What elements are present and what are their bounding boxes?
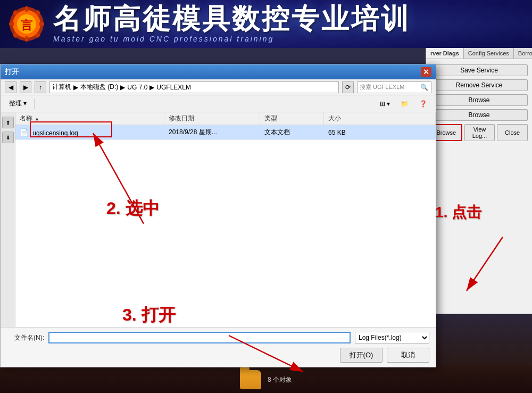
file-list-area: 名称 ▲ 修改日期 类型 大小 <box>15 112 436 327</box>
save-service-button[interactable]: Save Service <box>430 64 528 76</box>
refresh-button[interactable]: ⟳ <box>342 81 354 93</box>
dialog-titlebar: 打开 ✕ <box>1 64 436 79</box>
col-header-name[interactable]: 名称 ▲ <box>15 112 164 125</box>
license-panel: rver Diags Config Services Borro Save Se… <box>426 48 532 314</box>
view-button[interactable]: ⊞ ▾ <box>376 97 394 110</box>
file-size-cell: 65 KB <box>324 129 436 136</box>
license-panel-body: Save Service Remove Service Browse Brows… <box>426 59 532 146</box>
filetype-container: Log Files(*.log) <box>355 332 429 343</box>
search-box: 搜索 UGFLEXLM 🔍 <box>357 81 431 93</box>
path-computer: 计算机 <box>52 83 71 92</box>
col-header-size[interactable]: 大小 <box>324 112 436 125</box>
license-tabs: rver Diags Config Services Borro <box>426 48 532 59</box>
file-name: ugslicensing.log <box>32 129 78 137</box>
new-folder-button[interactable]: 📁 <box>396 97 413 110</box>
tab-borrow[interactable]: Borro <box>514 48 532 59</box>
header-banner: 言 名师高徒模具数控专业培训 Master gao tu mold CNC pr… <box>0 0 532 48</box>
dialog-bottom: 文件名(N): Log Files(*.log) 打开(O) 取消 <box>1 327 436 367</box>
file-type-cell: 文本文档 <box>260 128 324 137</box>
sort-indicator: ▲ <box>35 116 39 121</box>
tab-config-services[interactable]: Config Services <box>464 48 514 59</box>
tab-server-diags[interactable]: rver Diags <box>426 48 464 59</box>
taskbar-folder-icon[interactable] <box>240 370 261 389</box>
svg-rect-4 <box>9 22 14 26</box>
path-sep2: ▶ <box>120 84 125 91</box>
action-row: 打开(O) 取消 <box>7 348 429 363</box>
svg-rect-5 <box>39 22 44 26</box>
browse2-button[interactable]: Browse <box>430 109 528 121</box>
path-folder2: UGFLEXLM <box>156 84 191 91</box>
col-header-date[interactable]: 修改日期 <box>164 112 260 125</box>
file-scroll[interactable]: 📄 ugslicensing.log 2018/9/28 星期... 文本文档 … <box>15 125 436 327</box>
back-button[interactable]: ◀ <box>5 81 16 93</box>
filetype-select[interactable]: Log Files(*.log) <box>355 332 429 343</box>
cancel-button[interactable]: 取消 <box>387 348 429 363</box>
table-row[interactable]: 📄 ugslicensing.log 2018/9/28 星期... 文本文档 … <box>15 125 436 140</box>
browse1-button[interactable]: Browse <box>430 94 528 106</box>
col-headers: 名称 ▲ 修改日期 类型 大小 <box>15 112 436 125</box>
taskbar-center: 8 个对象 <box>240 370 292 389</box>
dialog-close-button[interactable]: ✕ <box>421 67 431 77</box>
header-title: 名师高徒模具数控专业培训 <box>53 5 411 32</box>
dialog-content: ⬆ ⬇ 名称 ▲ 修改日期 类型 <box>1 112 436 327</box>
sidebar-nav: ⬆ ⬇ <box>1 112 15 327</box>
svg-rect-2 <box>25 6 28 12</box>
filename-label: 文件名(N): <box>7 333 44 342</box>
file-name-cell: 📄 ugslicensing.log <box>15 128 164 137</box>
address-path[interactable]: 计算机 ▶ 本地磁盘 (D:) ▶ UG 7.0 ▶ UGFLEXLM <box>49 81 339 93</box>
path-sep1: ▶ <box>73 84 78 91</box>
filename-row: 文件名(N): Log Files(*.log) <box>7 332 429 343</box>
forward-button[interactable]: ▶ <box>20 81 31 93</box>
close-button[interactable]: Close <box>497 124 528 141</box>
path-drive: 本地磁盘 (D:) <box>80 83 118 92</box>
path-sep3: ▶ <box>149 84 154 91</box>
file-icon: 📄 <box>20 128 29 137</box>
remove-service-button[interactable]: Remove Service <box>430 79 528 91</box>
nav-icon-1[interactable]: ⬆ <box>2 117 14 128</box>
toolbar-right: ⊞ ▾ 📁 ❓ <box>376 97 431 110</box>
svg-rect-3 <box>25 36 28 42</box>
toolbar-sep1 <box>34 99 35 109</box>
bottom-btn-row: Browse View Log... Close <box>430 124 528 141</box>
search-button[interactable]: 🔍 <box>419 83 429 92</box>
col-header-type[interactable]: 类型 <box>260 112 324 125</box>
header-text: 名师高徒模具数控专业培训 Master gao tu mold CNC prof… <box>53 5 411 43</box>
organize-button[interactable]: 整理 ▾ <box>5 97 31 110</box>
file-date-cell: 2018/9/28 星期... <box>164 128 260 137</box>
objects-count: 8 个对象 <box>268 375 292 384</box>
address-bar: ◀ ▶ ↑ 计算机 ▶ 本地磁盘 (D:) ▶ UG 7.0 ▶ UGFLEXL… <box>1 79 436 95</box>
dialog-title: 打开 <box>5 67 19 77</box>
search-placeholder: 搜索 UGFLEXLM <box>360 83 417 91</box>
help-button[interactable]: ❓ <box>415 97 431 110</box>
view-log-button[interactable]: View Log... <box>464 124 495 141</box>
filename-input[interactable] <box>48 332 351 343</box>
taskbar: 8 个对象 <box>0 366 532 393</box>
up-button[interactable]: ↑ <box>35 81 46 93</box>
main-background: rver Diags Config Services Borro Save Se… <box>0 48 532 393</box>
open-button[interactable]: 打开(O) <box>340 348 383 363</box>
file-dialog: 打开 ✕ ◀ ▶ ↑ 计算机 ▶ 本地磁盘 (D:) ▶ UG 7.0 ▶ UG… <box>0 64 436 367</box>
svg-text:言: 言 <box>21 19 33 32</box>
nav-icon-2[interactable]: ⬇ <box>2 132 14 143</box>
logo-icon: 言 <box>8 5 45 43</box>
toolbar: 整理 ▾ ⊞ ▾ 📁 ❓ <box>1 95 436 112</box>
path-folder1: UG 7.0 <box>127 84 147 91</box>
header-subtitle: Master gao tu mold CNC professional trai… <box>53 35 411 43</box>
